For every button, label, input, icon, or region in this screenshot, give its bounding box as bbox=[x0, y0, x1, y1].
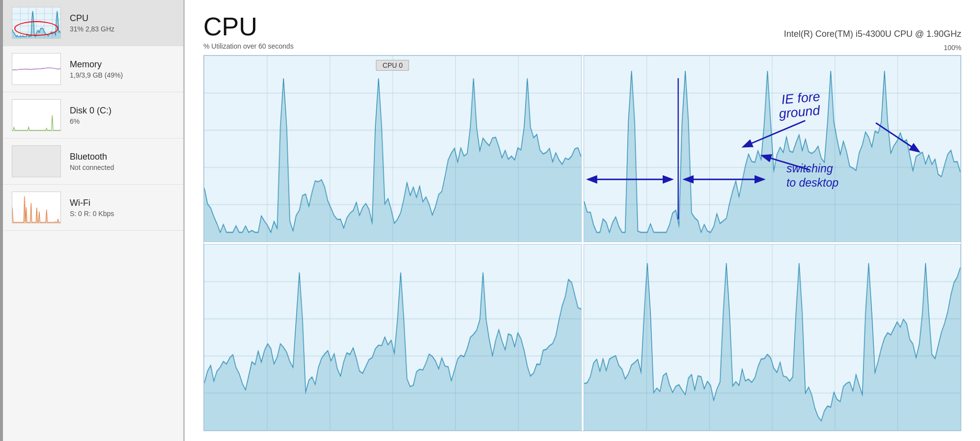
cpu-info: CPU 31% 2,83 GHz bbox=[70, 13, 114, 33]
utilization-label: % Utilization over 60 seconds bbox=[203, 42, 294, 50]
memory-sub: 1,9/3,9 GB (49%) bbox=[70, 71, 123, 79]
percent-max-label: 100% bbox=[944, 44, 961, 52]
main-header: CPU Intel(R) Core(TM) i5-4300U CPU @ 1.9… bbox=[203, 14, 961, 39]
sidebar-item-memory[interactable]: Memory 1,9/3,9 GB (49%) bbox=[3, 46, 183, 92]
bluetooth-label: Bluetooth bbox=[70, 152, 114, 162]
chart-panel-cpu1-bottom bbox=[584, 244, 961, 431]
charts-grid: CPU 0 IE fore ground switching to deskto… bbox=[203, 55, 961, 431]
cpu-thumbnail bbox=[12, 7, 61, 39]
cpu-model-label: Intel(R) Core(TM) i5-4300U CPU @ 1.90GHz bbox=[784, 29, 961, 39]
chart-panel-cpu0-bottom bbox=[204, 244, 582, 431]
wifi-thumbnail bbox=[12, 192, 61, 223]
memory-label: Memory bbox=[70, 59, 123, 70]
wifi-label: Wi-Fi bbox=[70, 198, 114, 208]
cpu-sub: 31% 2,83 GHz bbox=[70, 25, 114, 33]
sidebar-item-cpu[interactable]: CPU 31% 2,83 GHz bbox=[3, 0, 183, 46]
bluetooth-sub: Not connected bbox=[70, 164, 114, 171]
wifi-sub: S: 0 R: 0 Kbps bbox=[70, 210, 114, 218]
bluetooth-info: Bluetooth Not connected bbox=[70, 152, 114, 171]
chart-cpu0-label: CPU 0 bbox=[376, 60, 409, 71]
cpu-label: CPU bbox=[70, 13, 114, 24]
page-title: CPU bbox=[203, 14, 257, 39]
sidebar-item-disk[interactable]: Disk 0 (C:) 6% bbox=[3, 92, 183, 138]
memory-info: Memory 1,9/3,9 GB (49%) bbox=[70, 59, 123, 79]
disk-sub: 6% bbox=[70, 117, 112, 125]
sidebar: CPU 31% 2,83 GHz Memory 1,9/3,9 GB (49%)… bbox=[3, 0, 185, 441]
chart-panel-cpu1-top: IE fore ground switching to desktop bbox=[584, 55, 961, 242]
sidebar-item-bluetooth[interactable]: Bluetooth Not connected bbox=[3, 138, 183, 185]
bluetooth-thumbnail bbox=[12, 145, 61, 177]
sidebar-item-wifi[interactable]: Wi-Fi S: 0 R: 0 Kbps bbox=[3, 185, 183, 231]
disk-label: Disk 0 (C:) bbox=[70, 106, 112, 116]
chart-panel-cpu0-top: CPU 0 bbox=[204, 55, 582, 242]
wifi-info: Wi-Fi S: 0 R: 0 Kbps bbox=[70, 198, 114, 218]
disk-thumbnail bbox=[12, 99, 61, 131]
disk-info: Disk 0 (C:) 6% bbox=[70, 106, 112, 125]
memory-thumbnail bbox=[12, 53, 61, 85]
main-panel: CPU Intel(R) Core(TM) i5-4300U CPU @ 1.9… bbox=[185, 0, 980, 441]
